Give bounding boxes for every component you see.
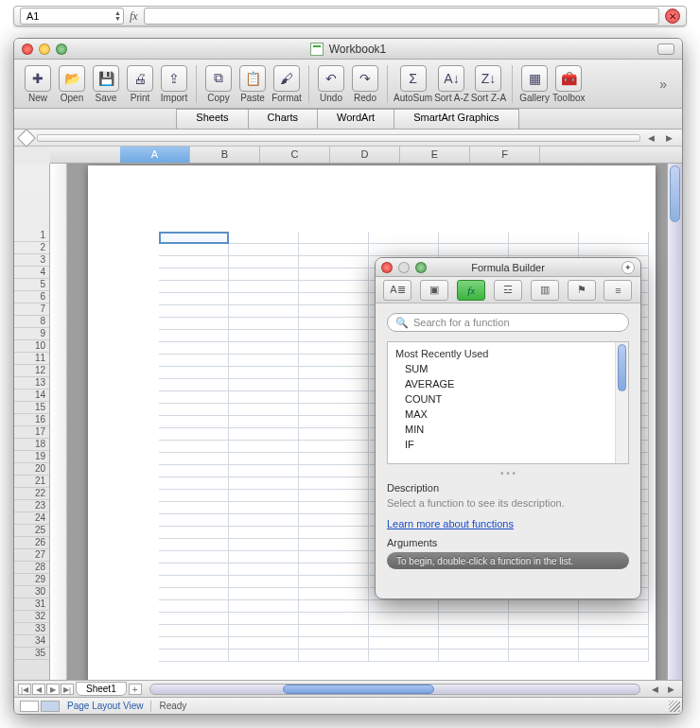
function-item-min[interactable]: MIN [388,422,628,437]
cell[interactable] [159,637,229,650]
function-item-average[interactable]: AVERAGE [388,376,628,391]
row-header[interactable]: 17 [14,426,49,439]
cell[interactable] [159,502,229,514]
cell[interactable] [369,244,439,256]
row-header[interactable]: 21 [14,476,49,488]
row-header[interactable]: 3 [14,254,49,267]
cell[interactable] [299,588,369,600]
column-header-d[interactable]: D [330,147,400,163]
cell[interactable] [299,416,369,428]
cell[interactable] [509,600,579,613]
cell[interactable] [159,490,229,502]
sheet-last-icon[interactable]: ▶| [61,684,74,695]
cell[interactable] [299,613,369,625]
cell[interactable] [229,428,299,441]
cell[interactable] [159,355,229,367]
gallery-tab-wordart[interactable]: WordArt [317,109,394,129]
cell[interactable] [229,367,299,379]
cell[interactable] [159,428,229,441]
cell[interactable] [299,391,369,404]
toolbar-sort-z-a[interactable]: Z↓Sort Z-A [471,65,506,103]
cell[interactable] [369,613,439,625]
cell[interactable] [229,355,299,367]
cell[interactable] [159,367,229,379]
learn-more-link[interactable]: Learn more about functions [387,518,629,529]
cell[interactable] [229,490,299,502]
cell[interactable] [229,637,299,650]
hscroll-left[interactable]: ◀ [648,685,662,694]
sheet-next-icon[interactable]: ▶ [46,684,60,695]
cell[interactable] [509,232,579,244]
resize-dots-icon[interactable]: • • • [376,464,640,482]
cell[interactable] [159,342,229,355]
cell[interactable] [159,600,229,613]
panel-tab-formula[interactable]: fx [457,280,485,301]
cell[interactable] [299,293,369,305]
cell[interactable] [229,416,299,428]
cell[interactable] [229,330,299,342]
row-header[interactable]: 32 [14,611,49,623]
function-item-count[interactable]: COUNT [388,391,628,407]
cell[interactable] [159,514,229,527]
cell[interactable] [159,330,229,342]
cell[interactable] [229,256,299,269]
cell[interactable] [229,305,299,318]
row-header[interactable]: 25 [14,525,49,537]
row-header[interactable]: 34 [14,635,49,648]
cell[interactable] [229,613,299,625]
cell[interactable] [439,650,509,662]
cell[interactable] [299,502,369,514]
sheet-prev-icon[interactable]: ◀ [32,684,45,695]
cell[interactable] [299,490,369,502]
cell[interactable] [229,588,299,600]
toolbar-redo[interactable]: ↷Redo [349,65,381,103]
cell[interactable] [229,600,299,613]
cell[interactable] [229,563,299,576]
cell[interactable] [159,379,229,391]
page-layout-view-button[interactable] [41,701,60,712]
ruler-nav-right[interactable]: ▶ [662,133,676,143]
cell[interactable] [159,453,229,465]
cell[interactable] [229,477,299,490]
row-header[interactable]: 26 [14,537,49,549]
row-header[interactable]: 13 [14,377,49,390]
cell[interactable] [299,514,369,527]
row-header[interactable]: 6 [14,291,49,303]
cell[interactable] [159,232,229,244]
row-header[interactable]: 20 [14,463,49,476]
function-list[interactable]: Most Recently Used SUMAVERAGECOUNTMAXMIN… [387,341,629,464]
cell[interactable] [159,465,229,477]
cell[interactable] [229,625,299,637]
panel-tab-settings[interactable]: ⚑ [568,280,596,301]
toolbar-autosum[interactable]: ΣAutoSum [394,65,432,103]
cell[interactable] [229,576,299,588]
row-header[interactable]: 29 [14,574,49,586]
list-scroll-thumb[interactable] [618,344,626,391]
close-icon[interactable]: ✕ [665,9,680,24]
cell[interactable] [299,428,369,441]
cell[interactable] [229,379,299,391]
cell[interactable] [159,576,229,588]
column-header-b[interactable]: B [190,147,260,163]
titlebar[interactable]: Workbook1 [14,39,682,60]
cell[interactable] [299,576,369,588]
row-header[interactable]: 33 [14,623,49,635]
cell[interactable] [229,269,299,281]
cell[interactable] [579,650,649,662]
row-header[interactable]: 5 [14,279,49,291]
cell[interactable] [229,342,299,355]
column-header-f[interactable]: F [470,147,540,163]
cell[interactable] [229,244,299,256]
row-header[interactable]: 35 [14,648,49,660]
row-header[interactable]: 27 [14,549,49,562]
toolbar-sort-a-z[interactable]: A↓Sort A-Z [434,65,469,103]
cell[interactable] [159,527,229,539]
vertical-scrollbar[interactable] [667,164,682,680]
cell[interactable] [299,465,369,477]
cell[interactable] [299,355,369,367]
cell[interactable] [299,367,369,379]
toolbar-format[interactable]: 🖌Format [271,65,303,103]
cell[interactable] [299,318,369,330]
cell[interactable] [299,269,369,281]
cell[interactable] [229,650,299,662]
